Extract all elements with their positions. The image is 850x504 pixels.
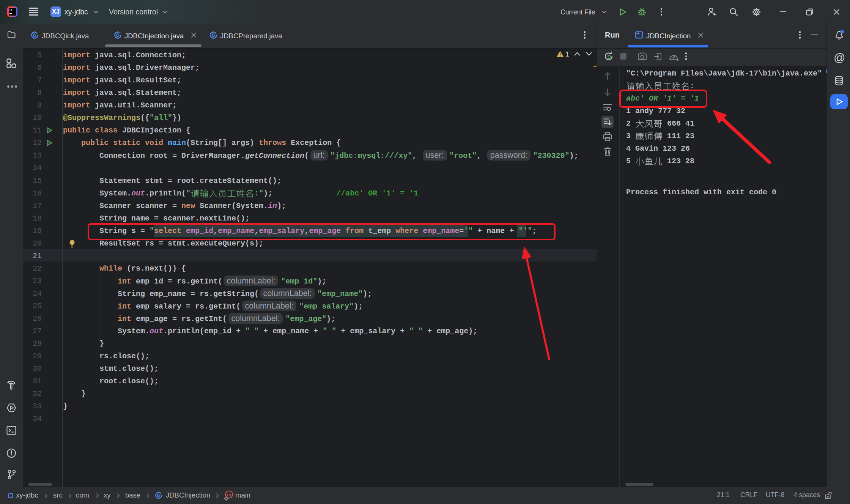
svg-text:m: m (227, 492, 231, 498)
